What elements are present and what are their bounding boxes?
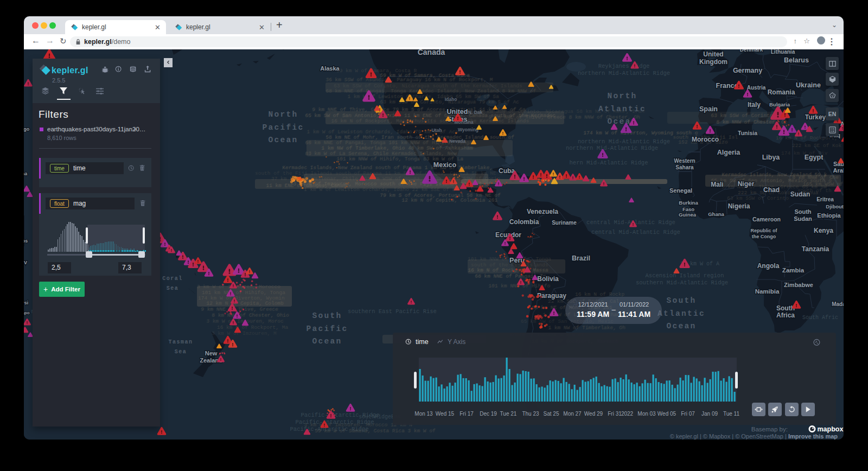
svg-text:Utah: Utah bbox=[432, 128, 442, 133]
svg-text:Turkey: Turkey bbox=[805, 113, 826, 121]
svg-text:Italy: Italy bbox=[748, 101, 761, 109]
svg-text:na: na bbox=[24, 171, 28, 176]
svg-text:Romania: Romania bbox=[768, 88, 795, 96]
svg-text:South: South bbox=[794, 208, 811, 215]
svg-text:Zambia: Zambia bbox=[782, 267, 805, 273]
svg-text:Zimbabwe: Zimbabwe bbox=[784, 282, 813, 288]
svg-text:Austria: Austria bbox=[747, 85, 766, 91]
svg-text:South: South bbox=[666, 296, 696, 305]
svg-text:Libya: Libya bbox=[762, 154, 781, 161]
svg-text:Kingdom: Kingdom bbox=[699, 58, 727, 66]
svg-text:63 km SSW of Corinto: 63 km SSW of Corinto bbox=[727, 195, 789, 201]
svg-text:Bulgaria: Bulgaria bbox=[769, 101, 790, 107]
svg-text:mapbox: mapbox bbox=[818, 425, 844, 433]
svg-text:Mexico: Mexico bbox=[433, 161, 457, 169]
svg-text:ysi: ysi bbox=[24, 300, 28, 305]
svg-text:Nevada: Nevada bbox=[449, 138, 466, 144]
svg-text:Eritrea: Eritrea bbox=[816, 196, 834, 202]
svg-text:Republic of: Republic of bbox=[751, 228, 778, 233]
svg-text:New: New bbox=[205, 350, 218, 357]
svg-text:Brazil: Brazil bbox=[572, 254, 590, 262]
svg-text:Ukraine: Ukraine bbox=[796, 81, 821, 89]
svg-text:Algeria: Algeria bbox=[717, 149, 741, 156]
svg-text:Angola: Angola bbox=[757, 262, 780, 270]
svg-text:South: South bbox=[776, 304, 795, 312]
svg-text:Africa: Africa bbox=[776, 311, 795, 319]
svg-text:Niger: Niger bbox=[738, 180, 755, 188]
svg-text:South: South bbox=[312, 311, 342, 320]
svg-text:Madag: Madag bbox=[832, 301, 844, 307]
svg-text:Kenya: Kenya bbox=[814, 227, 833, 234]
svg-text:Bolivia: Bolivia bbox=[537, 275, 559, 283]
svg-text:Tunisia: Tunisia bbox=[738, 130, 757, 136]
svg-text:Pacific-Antarctic Ridge: Pacific-Antarctic Ridge bbox=[290, 426, 369, 432]
svg-text:Ghana: Ghana bbox=[708, 211, 724, 217]
svg-text:Alaska: Alaska bbox=[320, 65, 340, 72]
svg-text:Lithuania: Lithuania bbox=[771, 49, 795, 55]
svg-text:Reykjanes Ridge: Reykjanes Ridge bbox=[598, 63, 650, 69]
svg-text:Western: Western bbox=[674, 158, 695, 164]
svg-text:Chad: Chad bbox=[763, 186, 780, 194]
svg-text:North: North bbox=[607, 92, 637, 100]
svg-text:Canada: Canada bbox=[418, 49, 445, 56]
svg-text:Ethiopia: Ethiopia bbox=[817, 212, 841, 219]
svg-text:Sudan: Sudan bbox=[790, 190, 810, 198]
svg-text:16 km N of Rockport, Ma: 16 km N of Rockport, Ma bbox=[217, 324, 288, 330]
svg-text:12 km N of Cepita, Colombia 2: 12 km N of Cepita, Colombia 261 bbox=[402, 197, 498, 203]
svg-text:Spain: Spain bbox=[699, 105, 718, 113]
svg-text:Belarus: Belarus bbox=[784, 56, 809, 64]
svg-text:central Mid-Atlantic Ridge: central Mid-Atlantic Ridge bbox=[591, 229, 680, 236]
svg-text:Burkina: Burkina bbox=[679, 200, 698, 206]
svg-text:Sea: Sea bbox=[175, 349, 187, 355]
svg-text:Sudan: Sudan bbox=[794, 215, 812, 222]
svg-text:Atlantic: Atlantic bbox=[598, 105, 646, 113]
svg-text:southern Mid-Atlantic Ridge: southern Mid-Atlantic Ridge bbox=[636, 279, 728, 286]
svg-text:8 km NNW of Chester, Ohio: 8 km NNW of Chester, Ohio bbox=[212, 312, 290, 318]
svg-text:southern East Pacific Rise: southern East Pacific Rise bbox=[348, 308, 437, 315]
svg-text:Egypt: Egypt bbox=[805, 154, 824, 161]
svg-text:Colombia: Colombia bbox=[509, 218, 539, 226]
svg-text:northern Mid-Atlantic Ridge: northern Mid-Atlantic Ridge bbox=[578, 70, 670, 77]
svg-text:Mali: Mali bbox=[711, 181, 723, 188]
svg-text:South Afric: South Afric bbox=[802, 315, 838, 321]
svg-text:V: V bbox=[24, 260, 27, 265]
svg-text:Cuba: Cuba bbox=[499, 167, 515, 175]
svg-text:Sahara: Sahara bbox=[675, 164, 694, 170]
svg-text:Suriname: Suriname bbox=[552, 220, 577, 226]
svg-text:Atlantic: Atlantic bbox=[658, 309, 705, 318]
svg-text:N. Dak: N. Dak bbox=[468, 110, 483, 115]
svg-text:Germany: Germany bbox=[733, 67, 762, 74]
svg-text:Morocco: Morocco bbox=[692, 136, 719, 143]
svg-text:United: United bbox=[703, 50, 723, 58]
svg-text:northern Mid-Atlantic Ridge: northern Mid-Atlantic Ridge bbox=[566, 145, 658, 151]
svg-text:Ocean: Ocean bbox=[666, 322, 696, 330]
svg-text:Arab: Arab bbox=[833, 167, 844, 174]
svg-text:Pacific: Pacific bbox=[306, 324, 348, 333]
svg-text:os: os bbox=[24, 238, 28, 244]
svg-text:Namibia: Namibia bbox=[755, 288, 780, 295]
svg-text:North: North bbox=[268, 110, 298, 119]
svg-text:Denmark: Denmark bbox=[740, 49, 763, 53]
svg-text:Ocean: Ocean bbox=[312, 337, 342, 346]
svg-text:Guinea: Guinea bbox=[679, 212, 697, 218]
svg-text:Ocean: Ocean bbox=[268, 136, 298, 144]
svg-text:Tasman: Tasman bbox=[168, 339, 193, 345]
svg-text:gapo: gapo bbox=[24, 310, 30, 315]
svg-text:Pacific: Pacific bbox=[262, 123, 304, 132]
svg-text:Ascension Island region: Ascension Island region bbox=[646, 272, 724, 279]
svg-text:Venezuela: Venezuela bbox=[527, 208, 558, 215]
svg-text:Wyoming: Wyoming bbox=[458, 127, 478, 132]
svg-text:the Congo: the Congo bbox=[752, 234, 776, 239]
svg-text:Cameroon: Cameroon bbox=[752, 216, 781, 222]
svg-text:3 km W of Imzouren, M: 3 km W of Imzouren, M bbox=[212, 330, 277, 336]
svg-text:northern Mid-Atlantic Ridge: northern Mid-Atlantic Ridge bbox=[578, 138, 670, 145]
svg-text:1 km NW of Timberlake, Oh: 1 km NW of Timberlake, Oh bbox=[548, 324, 626, 330]
svg-text:Nigeria: Nigeria bbox=[728, 202, 750, 210]
svg-text:Sea: Sea bbox=[167, 285, 179, 291]
svg-text:Djibouti: Djibouti bbox=[826, 203, 844, 209]
svg-text:Coral: Coral bbox=[162, 276, 183, 282]
svg-text:ngo: ngo bbox=[24, 126, 30, 132]
svg-text:Senegal: Senegal bbox=[669, 187, 692, 194]
svg-text:Idaho: Idaho bbox=[445, 97, 457, 102]
svg-text:Tanzania: Tanzania bbox=[802, 245, 829, 253]
